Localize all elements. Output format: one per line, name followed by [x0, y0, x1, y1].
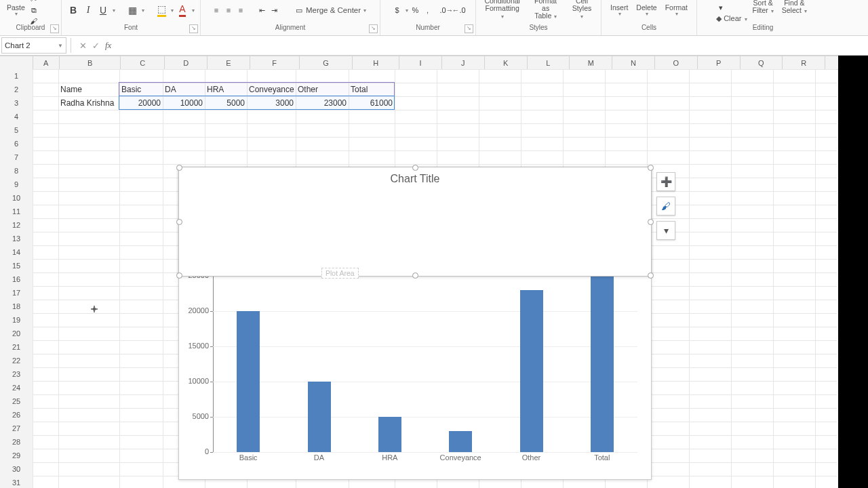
cell-styles-button[interactable]: CellStyles ▾	[567, 0, 597, 24]
clear-button[interactable]: ◆ Clear ▾	[716, 14, 747, 23]
row-header-4[interactable]: 4	[0, 110, 33, 124]
col-header-B[interactable]: B	[60, 56, 121, 69]
row-header-7[interactable]: 7	[0, 150, 33, 165]
comma-button[interactable]: ,	[423, 5, 433, 15]
font-color-button[interactable]: A	[176, 4, 189, 16]
select-all-corner[interactable]	[0, 56, 33, 69]
cell-B3[interactable]: Radha Krishna	[58, 96, 119, 110]
chart-styles-button[interactable]: 🖌	[656, 197, 675, 216]
col-header-E[interactable]: E	[208, 56, 250, 69]
bold-button[interactable]: B	[67, 4, 79, 16]
row-header-26[interactable]: 26	[0, 408, 33, 422]
sort-filter-button[interactable]: Sort &Filter ▾	[750, 0, 776, 22]
align-center-button[interactable]: ≡	[224, 5, 233, 15]
fill-button[interactable]: ▾	[716, 3, 726, 13]
bar-HRA[interactable]	[378, 417, 401, 452]
increase-decimal-button[interactable]: .0→	[442, 5, 452, 15]
name-box-dropdown-icon[interactable]: ▼	[58, 43, 63, 49]
row-header-1[interactable]: 1	[0, 69, 33, 83]
format-cells-button[interactable]: Format▾	[663, 0, 690, 26]
col-header-K[interactable]: K	[485, 56, 528, 69]
row-header-17[interactable]: 17	[0, 286, 33, 300]
row-header-18[interactable]: 18	[0, 300, 33, 314]
row-header-31[interactable]: 31	[0, 476, 33, 488]
formula-input[interactable]	[117, 37, 868, 54]
copy-icon[interactable]: ⧉	[29, 5, 39, 15]
row-header-24[interactable]: 24	[0, 381, 33, 395]
resize-handle-nw[interactable]	[176, 165, 182, 171]
row-header-28[interactable]: 28	[0, 435, 33, 449]
accounting-button[interactable]: $	[393, 5, 402, 15]
bar-Basic[interactable]	[237, 311, 260, 452]
row-header-25[interactable]: 25	[0, 394, 33, 409]
row-header-13[interactable]: 13	[0, 232, 33, 246]
row-header-30[interactable]: 30	[0, 462, 33, 476]
resize-handle-se[interactable]	[648, 272, 654, 279]
col-header-G[interactable]: G	[300, 56, 353, 69]
underline-button[interactable]: U	[97, 4, 109, 16]
fx-icon[interactable]: fx	[105, 40, 111, 51]
resize-handle-s[interactable]	[412, 272, 418, 279]
row-header-16[interactable]: 16	[0, 272, 33, 287]
chart-selection-overlay[interactable]: Chart Title Plot Area	[178, 167, 652, 277]
col-header-Q[interactable]: Q	[741, 56, 783, 69]
row-header-14[interactable]: 14	[0, 245, 33, 260]
resize-handle-ne[interactable]	[648, 165, 654, 171]
row-header-27[interactable]: 27	[0, 422, 33, 436]
row-header-8[interactable]: 8	[0, 164, 33, 178]
col-header-F[interactable]: F	[250, 56, 300, 69]
bar-DA[interactable]	[308, 382, 331, 452]
cell-B2[interactable]: Name	[58, 83, 119, 96]
row-header-23[interactable]: 23	[0, 367, 33, 382]
resize-handle-sw[interactable]	[176, 272, 182, 279]
chart-elements-button[interactable]: ➕	[656, 172, 675, 191]
increase-indent-button[interactable]: ⇥	[270, 5, 279, 15]
chart-title[interactable]: Chart Title	[179, 173, 651, 185]
col-header-R[interactable]: R	[783, 56, 825, 69]
row-header-6[interactable]: 6	[0, 137, 33, 151]
resize-handle-w[interactable]	[176, 219, 182, 225]
enter-formula-icon[interactable]: ✓	[92, 41, 100, 51]
col-header-I[interactable]: I	[399, 56, 442, 69]
row-header-29[interactable]: 29	[0, 449, 33, 463]
row-header-20[interactable]: 20	[0, 327, 33, 341]
col-header-P[interactable]: P	[698, 56, 741, 69]
row-header-2[interactable]: 2	[0, 83, 33, 97]
bar-Total[interactable]	[591, 276, 614, 452]
row-header-5[interactable]: 5	[0, 123, 33, 138]
row-header-15[interactable]: 15	[0, 259, 33, 273]
bar-Conveyance[interactable]	[449, 431, 472, 452]
borders-button[interactable]: ▦	[126, 4, 138, 16]
row-header-21[interactable]: 21	[0, 340, 33, 354]
resize-handle-e[interactable]	[648, 219, 654, 225]
row-header-11[interactable]: 11	[0, 205, 33, 219]
col-header-N[interactable]: N	[612, 56, 655, 69]
insert-cells-button[interactable]: Insert▾	[608, 0, 631, 26]
percent-button[interactable]: %	[411, 5, 420, 15]
decrease-decimal-button[interactable]: ←.0	[454, 5, 464, 15]
col-header-L[interactable]: L	[528, 56, 570, 69]
name-box[interactable]: Chart 2 ▼	[1, 37, 66, 54]
worksheet[interactable]: ABCDEFGHIJKLMNOPQRS 12345678910111213141…	[0, 56, 868, 488]
col-header-A[interactable]: A	[33, 56, 60, 69]
cancel-formula-icon[interactable]: ✕	[79, 41, 87, 51]
find-select-button[interactable]: Find &Select ▾	[779, 0, 810, 22]
row-header-9[interactable]: 9	[0, 178, 33, 192]
number-launcher-icon[interactable]: ↘	[465, 24, 473, 33]
col-header-M[interactable]: M	[570, 56, 612, 69]
italic-button[interactable]: I	[82, 4, 94, 16]
autosum-button[interactable]: Σ ▾	[716, 0, 726, 2]
fill-color-button[interactable]: ⬚	[155, 4, 167, 16]
decrease-indent-button[interactable]: ⇤	[258, 5, 267, 15]
row-header-19[interactable]: 19	[0, 313, 33, 327]
resize-handle-n[interactable]	[412, 165, 418, 171]
font-launcher-icon[interactable]: ↘	[189, 24, 198, 33]
clipboard-launcher-icon[interactable]: ↘	[50, 24, 59, 33]
align-right-button[interactable]: ≡	[236, 5, 245, 15]
col-header-O[interactable]: O	[655, 56, 698, 69]
merge-center-button[interactable]: ▭ Merge & Center ▾	[292, 4, 369, 16]
cut-icon[interactable]: ✂	[29, 0, 39, 4]
alignment-launcher-icon[interactable]: ↘	[369, 24, 378, 33]
col-header-H[interactable]: H	[353, 56, 399, 69]
row-header-3[interactable]: 3	[0, 96, 33, 110]
